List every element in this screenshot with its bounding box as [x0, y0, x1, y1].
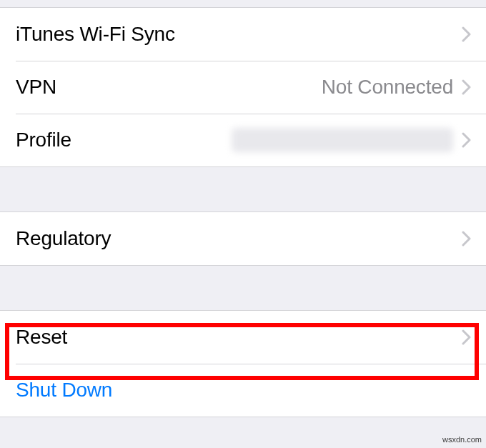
row-label: Shut Down	[16, 379, 112, 402]
settings-group-2: Regulatory	[0, 211, 486, 266]
settings-group-3: Reset Shut Down	[0, 310, 486, 417]
row-reset[interactable]: Reset	[0, 311, 486, 364]
row-regulatory[interactable]: Regulatory	[0, 212, 486, 265]
row-value: Not Connected	[322, 76, 453, 99]
row-value-redacted	[232, 128, 453, 152]
row-shut-down[interactable]: Shut Down	[0, 364, 486, 417]
chevron-right-icon	[462, 329, 472, 345]
settings-group-1: iTunes Wi-Fi Sync VPN Not Connected Prof…	[0, 7, 486, 167]
chevron-right-icon	[462, 132, 472, 148]
row-vpn[interactable]: VPN Not Connected	[0, 61, 486, 114]
watermark: wsxdn.com	[442, 435, 482, 444]
chevron-right-icon	[462, 231, 472, 247]
row-label: Reset	[16, 326, 67, 349]
row-itunes-wifi-sync[interactable]: iTunes Wi-Fi Sync	[0, 8, 486, 61]
chevron-right-icon	[462, 79, 472, 95]
row-label: VPN	[16, 76, 56, 99]
row-label: Profile	[16, 129, 71, 151]
row-label: iTunes Wi-Fi Sync	[16, 23, 175, 46]
row-label: Regulatory	[16, 227, 111, 250]
row-profile[interactable]: Profile	[0, 114, 486, 166]
chevron-right-icon	[462, 26, 472, 42]
